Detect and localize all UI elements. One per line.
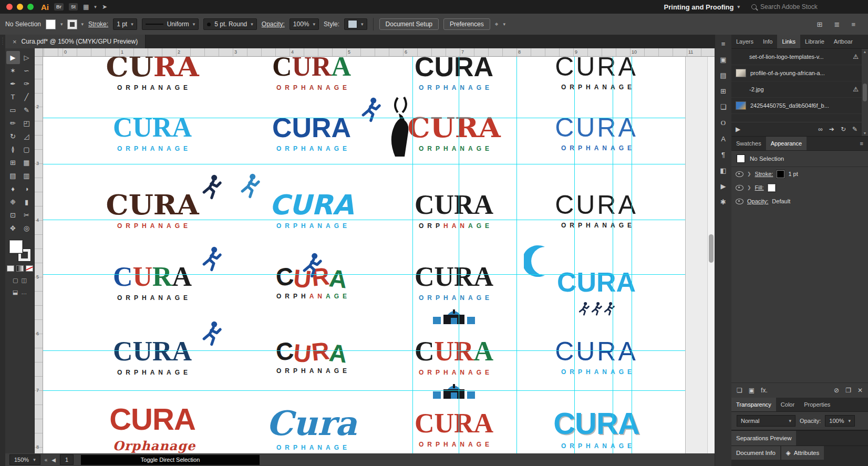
stroke-color-swatch[interactable] (68, 20, 77, 29)
tab-appearance[interactable]: Appearance (766, 137, 807, 150)
opentype-panel-icon[interactable]: O (721, 119, 726, 127)
new-stroke-icon[interactable]: ❏ (737, 387, 742, 394)
expand-chevron-icon[interactable]: ❯ (747, 185, 751, 190)
links-scrollbar[interactable]: ▲ ▼ (862, 49, 868, 136)
line-segment-tool-icon[interactable]: ╱ (20, 90, 34, 103)
tab-document-info[interactable]: Document Info (731, 446, 780, 460)
magic-wand-tool-icon[interactable]: ✶ (6, 64, 20, 77)
libraries-panel-icon[interactable]: ▤ (720, 71, 726, 79)
transform-grid-icon[interactable]: ⊞ (817, 20, 823, 28)
selection-options-icon[interactable]: ⌖ (495, 20, 499, 28)
paragraph-panel-icon[interactable]: ¶ (721, 151, 725, 159)
cura-logo-artwork[interactable]: CURAORPHANAGE (380, 243, 528, 322)
arrange-documents-caret-icon[interactable]: ▾ (94, 4, 97, 9)
tab-layers[interactable]: Layers (731, 35, 758, 48)
vertical-ruler[interactable]: 2345678 (35, 57, 43, 453)
appearance-opacity-row[interactable]: Opacity: Default (731, 194, 868, 208)
scale-tool-icon[interactable]: ◿ (20, 130, 34, 143)
vertical-scrollbar-thumb[interactable] (709, 234, 714, 263)
appearance-stroke-row[interactable]: ❯ Stroke: 1 pt (731, 167, 868, 181)
relink-icon[interactable]: ∞ (818, 126, 823, 133)
expand-chevron-icon[interactable]: ❯ (747, 171, 751, 177)
symbol-sprayer-tool-icon[interactable]: ❉ (6, 195, 20, 209)
artboard-tool-icon[interactable]: ⊡ (6, 209, 20, 222)
cura-logo-artwork[interactable]: CURAOrphanage (79, 389, 226, 453)
vertical-scrollbar[interactable] (707, 57, 715, 453)
visibility-eye-icon[interactable] (736, 199, 743, 204)
cura-logo-artwork[interactable]: CURAORPHANAGE (523, 171, 670, 250)
cura-logo-artwork[interactable]: CURAORPHANAGE (380, 389, 528, 453)
type-tool-icon[interactable]: T (6, 90, 20, 103)
close-window-button[interactable] (6, 4, 13, 10)
lasso-tool-icon[interactable]: ∽ (20, 64, 34, 77)
visibility-eye-icon[interactable] (736, 185, 743, 191)
appearance-fill-row[interactable]: ❯ Fill: (731, 181, 868, 194)
style-field[interactable]: ▾ (344, 18, 367, 30)
first-artboard-icon[interactable]: « (45, 457, 48, 463)
maximize-window-button[interactable] (27, 4, 34, 10)
gradient-panel-icon[interactable]: ◧ (720, 167, 726, 174)
cura-logo-artwork[interactable]: CURAORPHANAGE (523, 317, 670, 396)
link-info-expander-icon[interactable]: ▶ (736, 126, 740, 133)
appearance-stroke-label[interactable]: Stroke: (755, 171, 773, 177)
previous-artboard-icon[interactable]: ◀ (51, 457, 56, 463)
cura-logo-artwork[interactable]: CURAORPHANAGE (380, 171, 528, 250)
arrange-documents-icon[interactable]: ▦ (83, 3, 89, 11)
mesh-tool-icon[interactable]: ▤ (6, 169, 20, 182)
appearance-panel-menu-icon[interactable]: ≡ (855, 140, 868, 147)
tab-color[interactable]: Color (776, 398, 799, 411)
duplicate-item-icon[interactable]: ❐ (845, 387, 851, 394)
tab-transparency[interactable]: Transparency (731, 398, 776, 411)
stroke-caret-icon[interactable]: ▾ (81, 22, 84, 27)
link-item-row[interactable]: -2.jpg⚠ (731, 81, 868, 98)
opacity-field[interactable]: 100% ▾ (290, 18, 319, 30)
bridge-icon[interactable]: Br (54, 3, 64, 11)
gradient-tool-icon[interactable]: ▥ (20, 169, 34, 182)
link-item-row[interactable]: set-of-lion-logo-templates-v...⚠ (731, 49, 868, 65)
new-effect-icon[interactable]: ▣ (749, 387, 755, 394)
visibility-eye-icon[interactable] (736, 171, 743, 177)
document-setup-button[interactable]: Document Setup (379, 18, 439, 30)
variable-width-profile-field[interactable]: Uniform ▾ (142, 18, 199, 30)
fill-swatch-white[interactable] (768, 184, 776, 192)
stroke-weight-caret-icon[interactable]: ▾ (131, 22, 133, 27)
width-tool-icon[interactable]: ≬ (6, 143, 20, 156)
cura-logo-artwork[interactable]: CURAORPHANAGE (523, 94, 670, 172)
column-graph-tool-icon[interactable]: ▮ (20, 195, 34, 209)
transform-panel-icon[interactable]: ⊞ (720, 87, 726, 95)
symbols-panel-icon[interactable]: ❏ (720, 103, 727, 111)
stroke-link[interactable]: Stroke: (88, 20, 108, 28)
hand-tool-icon[interactable]: ✥ (6, 222, 20, 235)
character-panel-icon[interactable]: A (721, 135, 726, 143)
style-caret-icon[interactable]: ▾ (361, 22, 364, 27)
appearance-fill-label[interactable]: Fill: (755, 184, 764, 191)
screen-mode-icon[interactable]: ⬓ (13, 289, 18, 296)
document-tab[interactable]: × Cura.pdf* @ 150% (CMYK/GPU Preview) (5, 35, 146, 48)
close-document-icon[interactable]: × (13, 38, 17, 46)
transparency-opacity-field[interactable]: 100% ▾ (825, 415, 855, 427)
variable-width-caret-icon[interactable]: ▾ (193, 22, 195, 27)
transparency-opacity-caret-icon[interactable]: ▾ (849, 418, 851, 423)
draw-normal-icon[interactable]: ▢ (13, 277, 18, 284)
cura-logo-artwork[interactable]: CURAORPHANAGE (238, 317, 385, 396)
tab-properties[interactable]: Properties (799, 398, 835, 411)
ruler-origin-corner[interactable] (35, 48, 43, 57)
selection-options-caret-icon[interactable]: ▾ (503, 22, 505, 27)
go-to-link-icon[interactable]: ➔ (829, 126, 834, 133)
scroll-up-icon[interactable]: ▲ (863, 50, 867, 54)
cura-logo-artwork[interactable]: CURAORPHANAGE (79, 243, 226, 322)
cura-logo-artwork[interactable]: CuraORPHANAGE (238, 389, 385, 453)
cura-logo-artwork[interactable]: CURAORPHANAGE (380, 317, 528, 396)
cura-logo-artwork[interactable]: CURAORPHANAGE (238, 243, 385, 322)
paintbrush-tool-icon[interactable]: ✎ (20, 103, 34, 117)
artboard-number-field[interactable]: 1 (60, 454, 74, 465)
appearance-opacity-label[interactable]: Opacity: (747, 198, 768, 204)
cura-logo-artwork[interactable]: CURAORPHANAGE (79, 171, 226, 250)
preferences-button[interactable]: Preferences (443, 18, 490, 30)
update-link-icon[interactable]: ↻ (841, 126, 846, 133)
color-button[interactable] (7, 265, 14, 272)
clear-appearance-icon[interactable]: ⊘ (834, 387, 839, 394)
selection-tool-icon[interactable]: ▶ (6, 51, 20, 64)
gradient-button[interactable] (16, 265, 24, 272)
tab-info[interactable]: Info (758, 35, 777, 48)
